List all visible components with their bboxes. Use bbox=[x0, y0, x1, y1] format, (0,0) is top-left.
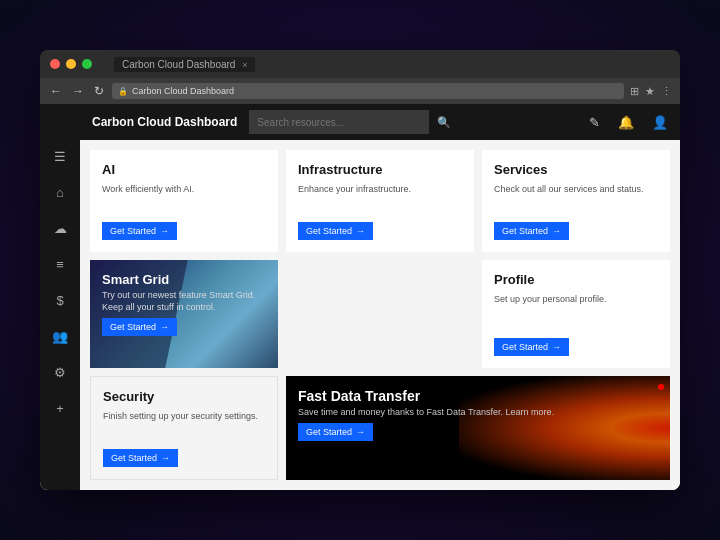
smart-grid-card-desc: Try out our newest feature Smart Grid. K… bbox=[102, 289, 266, 314]
title-bar: Carbon Cloud Dashboard × bbox=[40, 50, 680, 78]
services-card-desc: Check out all our services and status. bbox=[494, 183, 658, 214]
bell-icon[interactable]: 🔔 bbox=[618, 115, 634, 130]
app-container: ☰ ⌂ ☁ ≡ $ 👥 ⚙ + Carbon Cloud Dashboard 🔍… bbox=[40, 104, 680, 490]
content-grid: AI Work efficiently with AI. Get Started… bbox=[80, 140, 680, 490]
sidebar: ☰ ⌂ ☁ ≡ $ 👥 ⚙ + bbox=[40, 104, 80, 490]
minimize-button[interactable] bbox=[66, 59, 76, 69]
infrastructure-card-desc: Enhance your infrastructure. bbox=[298, 183, 462, 214]
fast-data-btn-arrow-icon: → bbox=[356, 427, 365, 437]
sidebar-item-users[interactable]: 👥 bbox=[44, 320, 76, 352]
menu-icon[interactable]: ⋮ bbox=[661, 85, 672, 98]
address-text: Carbon Cloud Dashboard bbox=[132, 86, 234, 96]
main-content: Carbon Cloud Dashboard 🔍 ✎ 🔔 👤 AI Work e… bbox=[80, 104, 680, 490]
security-btn-arrow-icon: → bbox=[161, 453, 170, 463]
profile-card-desc: Set up your personal profile. bbox=[494, 293, 658, 330]
security-card: Security Finish setting up your security… bbox=[90, 376, 278, 480]
address-bar[interactable]: 🔒 Carbon Cloud Dashboard bbox=[112, 83, 624, 99]
profile-card: Profile Set up your personal profile. Ge… bbox=[482, 260, 670, 368]
ai-get-started-button[interactable]: Get Started → bbox=[102, 222, 177, 240]
sidebar-item-list[interactable]: ≡ bbox=[44, 248, 76, 280]
sidebar-item-menu[interactable]: ☰ bbox=[44, 140, 76, 172]
infrastructure-btn-arrow-icon: → bbox=[356, 226, 365, 236]
edit-icon[interactable]: ✎ bbox=[589, 115, 600, 130]
forward-button[interactable]: → bbox=[70, 84, 86, 98]
smart-grid-card-title: Smart Grid bbox=[102, 272, 266, 287]
smart-grid-card: Smart Grid Try out our newest feature Sm… bbox=[90, 260, 278, 368]
lock-icon: 🔒 bbox=[118, 87, 128, 96]
profile-btn-arrow-icon: → bbox=[552, 342, 561, 352]
infrastructure-get-started-button[interactable]: Get Started → bbox=[298, 222, 373, 240]
close-button[interactable] bbox=[50, 59, 60, 69]
app-header: Carbon Cloud Dashboard 🔍 ✎ 🔔 👤 bbox=[80, 104, 680, 140]
refresh-button[interactable]: ↻ bbox=[92, 84, 106, 98]
search-input[interactable] bbox=[249, 110, 429, 134]
sidebar-item-home[interactable]: ⌂ bbox=[44, 176, 76, 208]
ai-card-desc: Work efficiently with AI. bbox=[102, 183, 266, 214]
browser-tab[interactable]: Carbon Cloud Dashboard × bbox=[114, 57, 255, 72]
nav-actions: ⊞ ★ ⋮ bbox=[630, 85, 672, 98]
ai-card: AI Work efficiently with AI. Get Started… bbox=[90, 150, 278, 252]
services-card: Services Check out all our services and … bbox=[482, 150, 670, 252]
maximize-button[interactable] bbox=[82, 59, 92, 69]
smart-grid-btn-arrow-icon: → bbox=[160, 322, 169, 332]
star-icon[interactable]: ★ bbox=[645, 85, 655, 98]
services-card-title: Services bbox=[494, 162, 658, 177]
fast-data-card-desc: Save time and money thanks to Fast Data … bbox=[298, 406, 658, 419]
tab-close-icon[interactable]: × bbox=[242, 60, 247, 70]
services-get-started-button[interactable]: Get Started → bbox=[494, 222, 569, 240]
nav-bar: ← → ↻ 🔒 Carbon Cloud Dashboard ⊞ ★ ⋮ bbox=[40, 78, 680, 104]
back-button[interactable]: ← bbox=[48, 84, 64, 98]
sidebar-item-billing[interactable]: $ bbox=[44, 284, 76, 316]
security-card-title: Security bbox=[103, 389, 265, 404]
sidebar-item-cloud[interactable]: ☁ bbox=[44, 212, 76, 244]
profile-card-title: Profile bbox=[494, 272, 658, 287]
smart-grid-get-started-button[interactable]: Get Started → bbox=[102, 318, 177, 336]
fast-data-card: Fast Data Transfer Save time and money t… bbox=[286, 376, 670, 480]
security-get-started-button[interactable]: Get Started → bbox=[103, 449, 178, 467]
user-icon[interactable]: 👤 bbox=[652, 115, 668, 130]
fast-data-card-title: Fast Data Transfer bbox=[298, 388, 658, 404]
infrastructure-card: Infrastructure Enhance your infrastructu… bbox=[286, 150, 474, 252]
infrastructure-card-title: Infrastructure bbox=[298, 162, 462, 177]
profile-get-started-button[interactable]: Get Started → bbox=[494, 338, 569, 356]
security-card-desc: Finish setting up your security settings… bbox=[103, 410, 265, 441]
services-btn-arrow-icon: → bbox=[552, 226, 561, 236]
ai-card-title: AI bbox=[102, 162, 266, 177]
search-icon[interactable]: 🔍 bbox=[437, 116, 451, 129]
sidebar-item-settings[interactable]: ⚙ bbox=[44, 356, 76, 388]
sidebar-item-add[interactable]: + bbox=[44, 392, 76, 424]
app-title: Carbon Cloud Dashboard bbox=[92, 115, 237, 129]
ai-btn-arrow-icon: → bbox=[160, 226, 169, 236]
fast-data-get-started-button[interactable]: Get Started → bbox=[298, 423, 373, 441]
bookmark-icon[interactable]: ⊞ bbox=[630, 85, 639, 98]
